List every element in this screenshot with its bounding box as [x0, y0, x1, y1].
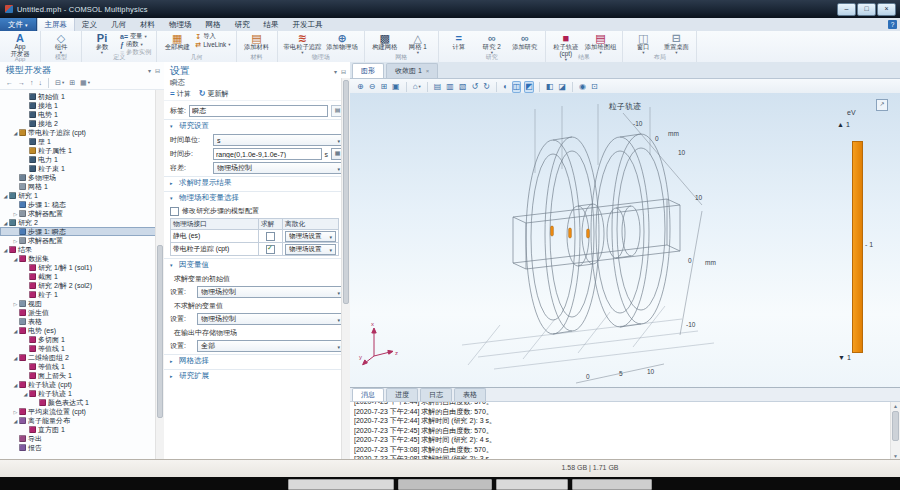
graphics-tab-收敛图 1[interactable]: 收敛图 1× [386, 63, 438, 78]
tree-expander-icon[interactable]: ◢ [12, 382, 19, 388]
ribbon-button-窗口[interactable]: ◫窗口▾ [628, 32, 658, 55]
tree-item[interactable]: 研究 2/解 2 (sol2) [0, 281, 156, 290]
ribbon-button-变量[interactable]: a=变量▾ [120, 33, 151, 40]
tree-item[interactable]: 初始值 1 [0, 92, 156, 101]
tree-item[interactable]: 接地 1 [0, 101, 156, 110]
ribbon-button-全部构建[interactable]: ▦全部构建 [162, 32, 192, 51]
view-yz-icon[interactable]: ▥ [445, 81, 455, 93]
ribbon-button-带电粒子追踪[interactable]: ≋带电粒子追踪▾ [283, 32, 323, 55]
tree-item[interactable]: ◢二维绘图组 2 [0, 353, 156, 362]
rotate-ccw-icon[interactable]: ↺ [470, 81, 479, 93]
ribbon-tab-几何[interactable]: 几何 [104, 18, 133, 31]
messages-scrollbar[interactable]: ▲ ▼ [890, 402, 900, 460]
expand-all-icon[interactable]: ⊞ [68, 78, 76, 88]
rotate-cw-icon[interactable]: ↻ [482, 81, 491, 93]
panel-menu-icon[interactable]: ▾ [148, 67, 151, 74]
discretization-select-es[interactable]: 物理场设置 [285, 231, 336, 242]
tree-item[interactable]: ◢结果 [0, 245, 156, 254]
ribbon-button-添加绘图组[interactable]: ▤添加绘图组▾ [584, 32, 617, 55]
restore-button[interactable] [857, 3, 876, 16]
tree-expander-icon[interactable]: ◢ [12, 418, 19, 424]
ribbon-tab-结果[interactable]: 结果 [257, 18, 286, 31]
ribbon-button-LiveLink[interactable]: ⇄LiveLink▾ [195, 41, 230, 48]
move-down-icon[interactable]: ↓ [38, 78, 44, 88]
collapse-all-icon[interactable]: ⊟▾ [54, 78, 65, 88]
ribbon-tab-材料[interactable]: 材料 [133, 18, 162, 31]
tree-item[interactable]: 等值线 1 [0, 362, 156, 371]
tree-item[interactable]: 表格 [0, 317, 156, 326]
ribbon-button-导入[interactable]: ↧导入 [195, 33, 230, 40]
tree-item[interactable]: 粒子 1 [0, 290, 156, 299]
tree-item[interactable]: ▷平均束流位置 (cpt) [0, 407, 156, 416]
settings-scrollbar[interactable] [341, 78, 350, 460]
tree-expander-icon[interactable]: ◢ [12, 328, 19, 334]
zoom-out-icon[interactable]: ⊖ [368, 81, 377, 93]
model-tree-scrollbar[interactable] [155, 90, 164, 460]
graphics-tab-图形[interactable]: 图形 [352, 63, 384, 78]
taskbar-item[interactable] [398, 479, 492, 490]
time-unit-select[interactable]: s [213, 134, 344, 146]
scene-light-icon[interactable]: ◐ [502, 81, 509, 93]
tree-item[interactable]: 电势 1 [0, 110, 156, 119]
tree-expander-icon[interactable]: ◢ [2, 247, 9, 253]
ribbon-button-添加物理场[interactable]: ⊕添加物理场 [325, 32, 358, 51]
wireframe-icon[interactable]: ◩ [524, 81, 534, 93]
taskbar-item[interactable] [288, 479, 394, 490]
help-button[interactable] [888, 20, 897, 29]
solve-checkbox-cpt[interactable] [266, 245, 275, 254]
tree-item[interactable]: ◢研究 2 [0, 218, 156, 227]
section-physics-selection[interactable]: 物理场和变量选择 [164, 191, 350, 204]
tree-item[interactable]: 粒子束 1 [0, 164, 156, 173]
ribbon-button-函数[interactable]: ƒ函数▾ [120, 41, 151, 48]
messages-tab-消息[interactable]: 消息 [352, 388, 384, 401]
zoom-in-icon[interactable]: ⊕ [356, 81, 365, 93]
messages-tab-进度[interactable]: 进度 [386, 388, 418, 401]
tree-item[interactable]: ◢离子能量分布 [0, 416, 156, 425]
model-tree-settings-icon[interactable]: ▦▾ [79, 78, 91, 88]
tree-item[interactable]: ▷视图 [0, 299, 156, 308]
tree-item[interactable]: 等值线 1 [0, 344, 156, 353]
close-icon[interactable]: × [426, 68, 430, 74]
ribbon-tab-物理场[interactable]: 物理场 [162, 18, 199, 31]
tree-expander-icon[interactable]: ▷ [12, 211, 19, 217]
tree-item[interactable]: ◢电势 (es) [0, 326, 156, 335]
compute-button[interactable]: = 计算 [170, 89, 191, 99]
ribbon-button-添加研究[interactable]: ∞添加研究 [510, 32, 540, 51]
view-xz-icon[interactable]: ▧ [458, 81, 468, 93]
tree-expander-icon[interactable]: ◢ [12, 355, 19, 361]
ribbon-button-网格1[interactable]: △网格 1▾ [403, 32, 433, 55]
ribbon-button-构建网格[interactable]: ▩构建网格 [370, 32, 400, 51]
solve-checkbox-es[interactable] [266, 232, 275, 241]
tree-expander-icon[interactable]: ◢ [12, 130, 19, 136]
tree-item[interactable]: ◢粒子轨迹 (cpt) [0, 380, 156, 389]
ribbon-button-重置桌面[interactable]: ⊟重置桌面▾ [661, 32, 691, 55]
ribbon-button-参数[interactable]: Pi参数▾ [87, 32, 117, 55]
graphics-canvas[interactable]: 粒子轨迹 [350, 93, 900, 388]
file-menu-button[interactable]: 文件 ▾ [0, 18, 37, 31]
tree-item[interactable]: ◢带电粒子追踪 (cpt) [0, 128, 156, 137]
discretization-select-cpt[interactable]: 物理场设置 [285, 244, 336, 255]
tree-item[interactable]: 多切面 1 [0, 335, 156, 344]
store-fields-select[interactable]: 全部 [197, 340, 344, 352]
tree-item[interactable]: 直方图 1 [0, 425, 156, 434]
tree-expander-icon[interactable]: ◢ [2, 220, 9, 226]
select-box-icon[interactable]: ◧ [545, 81, 555, 93]
move-up-icon[interactable]: ↑ [29, 78, 35, 88]
section-dependent-values[interactable]: 因变量值 [164, 258, 350, 271]
ribbon-button-组件[interactable]: ◇组件▾ [46, 32, 76, 55]
tree-expander-icon[interactable]: ▷ [12, 409, 19, 415]
ribbon-button-App开发器[interactable]: AApp 开发器 [5, 32, 35, 58]
tree-expander-icon[interactable]: ◢ [12, 256, 19, 262]
ribbon-tab-定义[interactable]: 定义 [75, 18, 104, 31]
zoom-extents-icon[interactable]: ▣ [391, 81, 401, 93]
print-icon[interactable]: ⊡ [590, 81, 599, 93]
back-icon[interactable]: ← [5, 78, 14, 88]
section-mesh-selection[interactable]: 网格选择 [164, 354, 350, 367]
modify-model-config-checkbox[interactable] [170, 207, 179, 216]
tree-item[interactable]: 面上箭头 1 [0, 371, 156, 380]
ribbon-tab-主屏幕[interactable]: 主屏幕 [37, 18, 76, 31]
close-button[interactable] [877, 3, 896, 16]
panel-dock-icon[interactable]: ⊟ [341, 68, 346, 75]
go-to-default-view-icon[interactable]: ⌂▾ [412, 81, 422, 93]
popout-window-icon[interactable] [876, 99, 888, 111]
